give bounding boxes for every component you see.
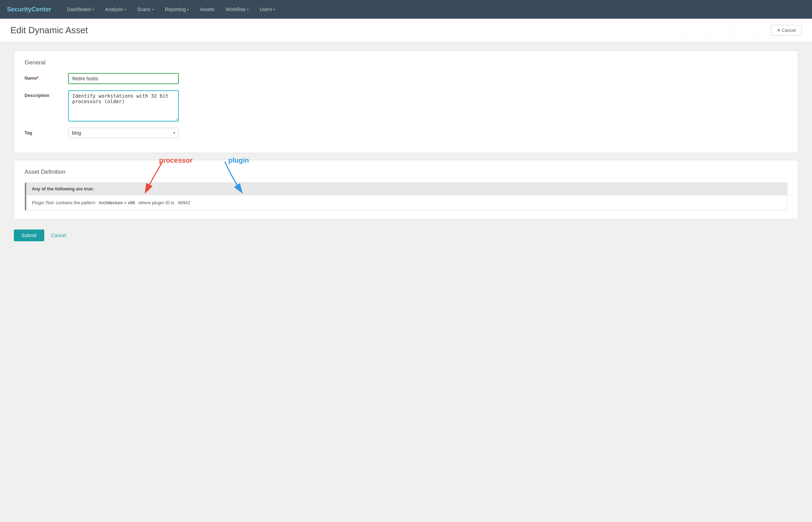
brand-logo: SecurityCenter [7,6,51,13]
chevron-down-icon: ▾ [92,8,94,11]
chevron-down-icon: ▾ [124,8,126,11]
required-star: * [37,75,38,81]
general-card-title: General [25,59,787,66]
nav-item-reporting[interactable]: Reporting ▾ [159,0,195,19]
description-label: Description [25,90,63,98]
general-card: General Name* Description Identify works… [14,51,798,153]
rule-plugin-value: 48942 [178,200,190,205]
nav-item-assets[interactable]: Assets [194,0,220,19]
page-header: Edit Dynamic Asset ✕ Cancel [0,19,812,42]
description-row: Description Identify workstations with 3… [25,90,787,122]
page-title: Edit Dynamic Asset [10,25,88,36]
asset-definition-area: processor plugin Asset Definition [14,160,798,219]
brand-name-part1: Security [7,6,31,13]
rule-contains-label: contains the pattern [56,200,95,205]
chevron-down-icon: ▾ [274,8,275,11]
submit-button[interactable]: Submit [14,230,44,241]
tag-select[interactable]: blog default production development [68,128,179,138]
navbar: SecurityCenter Dashboard ▾ Analysis ▾ Sc… [0,0,812,19]
rule-plugin-text-label: Plugin Text [32,200,54,205]
tag-label: Tag [25,128,63,135]
svg-marker-2 [717,20,734,38]
name-input[interactable] [68,73,179,84]
header-cancel-button[interactable]: ✕ Cancel [771,25,802,36]
svg-marker-1 [693,20,710,38]
nav-item-users[interactable]: Users ▾ [254,0,281,19]
footer-cancel-button[interactable]: Cancel [51,233,66,238]
rule-where-label: where plugin ID is [139,200,174,205]
tag-row: Tag blog default production development … [25,128,787,138]
chevron-down-icon: ▾ [152,8,154,11]
rule-group-header: Any of the following are true: [25,183,787,195]
svg-marker-4 [741,20,758,38]
description-textarea[interactable]: Identify workstations with 32 bit proces… [68,90,179,122]
header-decoration [667,19,784,39]
nav-item-scans[interactable]: Scans ▾ [132,0,159,19]
rule-row: Plugin Text contains the pattern Archite… [25,195,787,210]
main-content: General Name* Description Identify works… [0,42,812,256]
svg-marker-0 [668,20,686,38]
chevron-down-icon: ▾ [247,8,249,11]
asset-definition-card: Asset Definition Any of the following ar… [14,160,798,219]
name-row: Name* [25,73,787,84]
rule-group: Any of the following are true: Plugin Te… [25,182,787,210]
footer-actions: Submit Cancel [14,226,798,248]
nav-item-dashboard[interactable]: Dashboard ▾ [62,0,100,19]
name-label: Name* [25,73,63,81]
tag-select-wrapper: blog default production development ▾ [68,128,179,138]
rule-processor-value: Architecture = x86 [99,200,135,205]
nav-item-analysis[interactable]: Analysis ▾ [100,0,132,19]
chevron-down-icon: ▾ [187,8,189,11]
nav-item-workflow[interactable]: Workflow ▾ [220,0,254,19]
asset-definition-title: Asset Definition [25,169,787,176]
nav-menu: Dashboard ▾ Analysis ▾ Scans ▾ Reporting… [62,0,281,19]
brand-name-part2: Center [31,6,51,13]
